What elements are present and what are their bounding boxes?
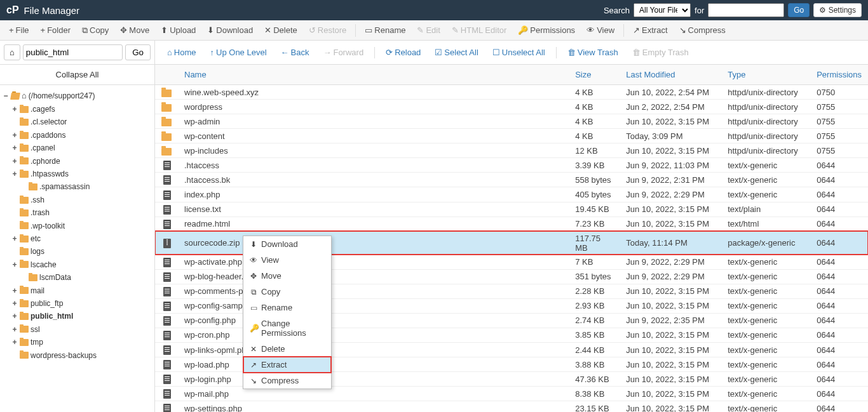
context-change-permissions[interactable]: 🔑Change Permissions xyxy=(243,316,331,341)
file-size: 7.23 KB xyxy=(569,216,620,231)
move-button[interactable]: ✥Move xyxy=(115,23,154,37)
tree-node[interactable]: wordpress-backups xyxy=(3,349,152,362)
copy-icon: ⧉ xyxy=(250,288,257,296)
toolbar-label: Upload xyxy=(170,25,196,35)
table-row[interactable]: wp-admin4 KBJun 10, 2022, 3:15 PMhttpd/u… xyxy=(155,114,868,129)
tree-expand-icon[interactable]: + xyxy=(11,232,18,245)
tree-node[interactable]: +.cagefs xyxy=(3,103,152,116)
tree-expand-icon[interactable]: + xyxy=(11,323,18,336)
table-row[interactable]: wp-content4 KBToday, 3:09 PMhttpd/unix-d… xyxy=(155,129,868,143)
tree-expand-icon[interactable]: + xyxy=(11,258,18,271)
context-copy[interactable]: ⧉Copy xyxy=(243,284,331,300)
home-button[interactable]: ⌂Home xyxy=(161,44,202,60)
context-view[interactable]: 👁View xyxy=(243,252,331,268)
tree-expand-icon[interactable]: + xyxy=(11,155,18,168)
col-icon[interactable] xyxy=(155,65,178,85)
file-name: wp-load.php xyxy=(178,357,569,372)
copy-button[interactable]: ⧉Copy xyxy=(77,23,114,38)
tree-node[interactable]: +tmp xyxy=(3,336,152,349)
tree-node[interactable]: .spamassassin xyxy=(3,180,152,193)
tree-expand-icon[interactable]: + xyxy=(11,284,18,297)
context-extract[interactable]: ↗Extract xyxy=(243,357,331,373)
tree-node[interactable]: +.cpanel xyxy=(3,142,152,154)
tree-node[interactable]: +lscache xyxy=(3,258,152,271)
file-perms: 0644 xyxy=(810,284,868,298)
table-row[interactable]: license.txt19.45 KBJun 10, 2022, 3:15 PM… xyxy=(155,202,868,216)
tree-node[interactable]: .cl.selector xyxy=(3,116,152,128)
table-row[interactable]: wordpress4 KBJun 2, 2022, 2:54 PMhttpd/u… xyxy=(155,100,868,114)
view-trash-button[interactable]: 🗑View Trash xyxy=(562,44,624,60)
select-all-button[interactable]: ☑Select All xyxy=(429,44,484,60)
rename-button[interactable]: ▭Rename xyxy=(360,23,410,37)
table-row[interactable]: .htaccess3.39 KBJun 9, 2022, 11:03 PMtex… xyxy=(155,158,868,173)
file-table-wrap[interactable]: Name Size Last Modified Type Permissions… xyxy=(155,65,868,412)
col-perms[interactable]: Permissions xyxy=(810,65,868,85)
context-compress[interactable]: ↘Compress xyxy=(243,373,331,389)
tree-node[interactable]: +ssl xyxy=(3,323,152,336)
table-row[interactable]: wp-settings.php23.15 KBJun 10, 2022, 3:1… xyxy=(155,401,868,412)
tree-expand-icon[interactable]: + xyxy=(11,142,18,154)
collapse-all-button[interactable]: Collapse All xyxy=(0,65,154,85)
table-row[interactable]: wp-includes12 KBJun 10, 2022, 3:15 PMhtt… xyxy=(155,143,868,158)
download-button[interactable]: ⬇Download xyxy=(202,23,258,37)
col-type[interactable]: Type xyxy=(721,65,810,85)
table-row[interactable]: .htaccess.bk558 bytesJun 9, 2022, 2:31 P… xyxy=(155,173,868,187)
tree-node[interactable]: +.cphorde xyxy=(3,155,152,168)
table-row[interactable]: index.php405 bytesJun 9, 2022, 2:29 PMte… xyxy=(155,187,868,202)
tree-node[interactable]: +public_ftp xyxy=(3,297,152,310)
tree-node[interactable]: logs xyxy=(3,245,152,258)
extract-button[interactable]: ↗Extract xyxy=(628,23,672,37)
tree-collapse-icon[interactable]: − xyxy=(3,90,9,102)
context-delete[interactable]: ✕Delete xyxy=(243,341,331,357)
context-move[interactable]: ✥Move xyxy=(243,268,331,284)
reload-button[interactable]: ⟳Reload xyxy=(380,44,426,60)
file-size: 2.93 KB xyxy=(569,298,620,313)
compress-button[interactable]: ↘Compress xyxy=(674,23,731,37)
tree-expand-icon[interactable]: + xyxy=(11,129,18,142)
settings-button[interactable]: ⚙ Settings xyxy=(813,3,862,17)
tree-node[interactable]: lscmData xyxy=(3,271,152,284)
permissions-button[interactable]: 🔑Permissions xyxy=(513,23,580,37)
tree-expand-icon[interactable]: + xyxy=(11,168,18,180)
path-go-button[interactable]: Go xyxy=(125,44,151,60)
tree-node[interactable]: +public_html xyxy=(3,310,152,322)
tree-root[interactable]: − ⌂ (/home/support247) xyxy=(3,89,152,103)
tree-node[interactable]: +etc xyxy=(3,232,152,245)
tree-expand-icon[interactable]: + xyxy=(11,310,18,322)
tree-node[interactable]: .wp-toolkit xyxy=(3,220,152,232)
back-button[interactable]: ←Back xyxy=(275,44,315,60)
file-name: wp-links-opml.php xyxy=(178,343,569,357)
tree-expand-icon[interactable]: + xyxy=(11,103,18,116)
path-home-button[interactable]: ⌂ xyxy=(4,44,20,60)
view-button[interactable]: 👁View xyxy=(581,23,620,37)
tree-node[interactable]: +.cpaddons xyxy=(3,129,152,142)
table-row[interactable]: readme.html7.23 KBJun 10, 2022, 3:15 PMt… xyxy=(155,216,868,231)
tree-expand-icon[interactable]: + xyxy=(11,297,18,310)
unselect-all-button[interactable]: ☐Unselect All xyxy=(487,44,551,60)
tree-node[interactable]: +mail xyxy=(3,284,152,297)
tree-node[interactable]: +.htpasswds xyxy=(3,168,152,180)
nav-label: Forward xyxy=(333,48,363,57)
new-folder-button[interactable]: +Folder xyxy=(36,23,76,37)
upload-button[interactable]: ⬆Upload xyxy=(156,23,201,37)
tree-node[interactable]: .ssh xyxy=(3,194,152,206)
delete-button[interactable]: ✕Delete xyxy=(259,23,302,37)
tree-node[interactable]: .trash xyxy=(3,206,152,219)
search-input[interactable] xyxy=(708,3,784,17)
folder-icon xyxy=(29,274,37,281)
search-scope-select[interactable]: All Your Files xyxy=(634,3,691,17)
table-row[interactable]: wine.web-speed.xyz4 KBJun 10, 2022, 2:54… xyxy=(155,85,868,100)
col-size[interactable]: Size xyxy=(569,65,620,85)
up-button[interactable]: ↑Up One Level xyxy=(205,44,273,60)
context-download[interactable]: ⬇Download xyxy=(243,236,331,252)
folder-icon xyxy=(20,132,29,139)
context-rename[interactable]: ▭Rename xyxy=(243,300,331,316)
col-modified[interactable]: Last Modified xyxy=(620,65,721,85)
file-modified: Jun 10, 2022, 3:15 PM xyxy=(620,298,721,313)
path-input[interactable] xyxy=(23,44,123,60)
search-go-button[interactable]: Go xyxy=(788,3,810,17)
col-name[interactable]: Name xyxy=(178,65,569,85)
doc-icon xyxy=(163,161,171,170)
new-file-button[interactable]: +File xyxy=(4,23,34,37)
tree-expand-icon[interactable]: + xyxy=(11,336,18,349)
